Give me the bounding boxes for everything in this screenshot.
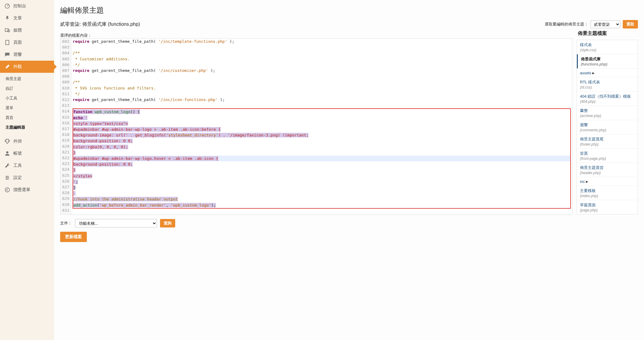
file-item-filename: (functions.php) [581, 62, 635, 66]
code-line[interactable]: * SVG icons functions and filters. [73, 85, 571, 91]
code-line[interactable]: function wpb_custom_logo() { [73, 108, 571, 115]
code-line[interactable] [73, 44, 571, 50]
line-number: 625 [62, 173, 69, 178]
sidebar-item-media[interactable]: 媒體 [0, 24, 54, 36]
submenu-item[interactable]: 主題編輯器 [0, 123, 54, 132]
code-line[interactable]: #wpadminbar #wp-admin-bar-wp-logo.hover … [73, 156, 571, 161]
file-item-title: 迴響 [580, 123, 588, 127]
code-line[interactable]: /** [73, 50, 571, 56]
file-item[interactable]: 單篇頁面(page.php) [577, 200, 638, 214]
theme-select-label: 選取要編輯的佈景主題： [545, 22, 588, 27]
code-line[interactable]: </style> [73, 173, 571, 179]
sidebar-item-wrench[interactable]: 工具 [0, 160, 54, 172]
file-item[interactable]: 彙整(archive.php) [577, 106, 638, 120]
code-line[interactable]: require get_parent_theme_file_path( '/in… [73, 97, 571, 103]
sidebar-item-plugin[interactable]: 外掛 [0, 135, 54, 147]
code-line[interactable]: echo ' [73, 115, 571, 121]
select-theme-button[interactable]: 選取 [623, 20, 638, 29]
line-number: 610 [62, 85, 69, 91]
code-line[interactable]: } [73, 150, 571, 156]
update-file-button[interactable]: 更新檔案 [60, 232, 87, 242]
submenu-item[interactable]: 小工具 [0, 93, 54, 103]
line-number: 618 [62, 132, 69, 137]
file-item[interactable]: 主要模板(index.php) [577, 186, 638, 200]
line-number: 631 [62, 207, 69, 213]
theme-select[interactable]: 貳零壹柒 [591, 20, 620, 28]
code-line[interactable]: //hook into the administrative header ou… [73, 196, 571, 202]
line-number: 613 [62, 103, 69, 108]
sidebar-item-dashboard[interactable]: 控制台 [0, 0, 54, 12]
file-subtitle: 貳零壹柒: 佈景函式庫 (functions.php) [60, 21, 140, 28]
user-icon [4, 150, 10, 157]
file-item-title: 佈景函式庫 [581, 57, 601, 61]
svg-point-7 [6, 179, 7, 180]
file-item[interactable]: RTL 樣式表(rtl.css) [577, 77, 638, 92]
sidebar-item-comment[interactable]: 迴響 [0, 49, 54, 61]
sidebar-item-label: 工具 [13, 163, 22, 168]
sidebar-item-brush[interactable]: 外觀 [0, 61, 54, 73]
code-line[interactable]: color:rgba(0, 0, 0, 0); [73, 144, 571, 150]
comment-icon [4, 52, 10, 58]
code-line[interactable]: require get_parent_theme_file_path( '/in… [73, 39, 571, 44]
file-item[interactable]: 佈景主題頁首(header.php) [577, 163, 638, 177]
code-line[interactable]: /** [73, 79, 571, 85]
code-line[interactable]: require get_parent_theme_file_path( '/in… [73, 68, 571, 73]
file-item-filename: (front-page.php) [580, 157, 635, 161]
file-item-filename: (archive.php) [580, 114, 635, 118]
code-line[interactable]: add_action('wp_before_admin_bar_render',… [73, 202, 571, 209]
submenu-item[interactable]: 頁首 [0, 113, 54, 123]
file-item-filename: (footer.php) [580, 142, 635, 146]
collapse-icon [4, 187, 10, 193]
line-number: 622 [62, 155, 69, 161]
code-line[interactable]: */ [73, 91, 571, 97]
sidebar-item-label: 帳號 [13, 151, 22, 156]
line-number: 604 [62, 50, 69, 56]
svg-rect-3 [6, 40, 9, 45]
theme-select-group: 選取要編輯的佈景主題： 貳零壹柒 選取 [545, 20, 638, 29]
line-number: 616 [62, 120, 69, 126]
file-item-title: 佈景主題頁尾 [580, 137, 604, 141]
code-line[interactable]: } [73, 167, 571, 173]
sidebar-item-pin[interactable]: 文章 [0, 12, 54, 24]
code-line[interactable]: background-position: 0 0; [73, 161, 571, 167]
code-line[interactable]: background-image: url(' . get_bloginfo('… [73, 132, 571, 138]
line-number: 614 [62, 108, 69, 114]
function-select[interactable]: 功能名稱... [75, 219, 157, 227]
code-editor[interactable]: 6026036046056066076086096106116126136146… [60, 38, 572, 215]
code-line[interactable]: #wpadminbar #wp-admin-bar-wp-logo > .ab-… [73, 126, 571, 132]
code-line[interactable]: } [73, 185, 571, 190]
submenu-item[interactable]: 選單 [0, 103, 54, 113]
sidebar-item-settings[interactable]: 設定 [0, 172, 54, 184]
code-line[interactable]: background-position: 0 0; [73, 138, 571, 144]
code-line[interactable]: */ [73, 62, 571, 68]
file-item[interactable]: 佈景主題頁尾(footer.php) [577, 134, 638, 149]
query-button[interactable]: 查詢 [160, 219, 175, 227]
file-item[interactable]: inc [577, 177, 638, 186]
code-line[interactable] [73, 209, 571, 214]
line-number: 620 [62, 143, 69, 149]
code-line[interactable] [73, 190, 571, 196]
line-number: 626 [62, 178, 69, 184]
svg-point-6 [8, 177, 9, 178]
code-line[interactable]: <style type="text/css"> [73, 121, 571, 126]
file-item[interactable]: 404 錯誤（找不到檔案）模板(404.php) [577, 92, 638, 106]
submenu-item[interactable]: 佈景主題 [0, 74, 54, 84]
page-title: 編輯佈景主題 [60, 5, 638, 15]
file-item[interactable]: 樣式表(style.css) [577, 40, 638, 54]
submenu-item[interactable]: 自訂 [0, 84, 54, 93]
code-line[interactable]: * Customizer additions. [73, 56, 571, 62]
code-line[interactable] [73, 73, 571, 79]
code-line[interactable] [73, 103, 571, 108]
file-item[interactable]: assets [577, 69, 638, 77]
file-item[interactable]: 佈景函式庫(functions.php) [577, 54, 638, 69]
line-number: 615 [62, 114, 69, 120]
code-line[interactable]: '; [73, 179, 571, 185]
file-item[interactable]: 首頁(front-page.php) [577, 149, 638, 163]
sidebar-item-page[interactable]: 頁面 [0, 36, 54, 49]
sidebar-item-collapse[interactable]: 摺疊選單 [0, 184, 54, 196]
line-number: 606 [62, 62, 69, 68]
line-number: 602 [62, 39, 69, 44]
file-item[interactable]: 迴響(comments.php) [577, 120, 638, 134]
sidebar-item-label: 摺疊選單 [13, 187, 30, 193]
sidebar-item-user[interactable]: 帳號 [0, 147, 54, 160]
